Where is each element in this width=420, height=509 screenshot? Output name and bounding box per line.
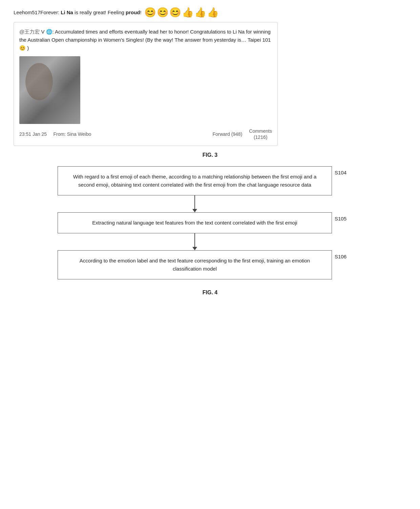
head-2 [192,247,197,250]
fig3-label: FIG. 3 [14,152,406,158]
head-1 [192,209,197,212]
arrow-down-2 [192,233,197,250]
fig4-label: FIG. 4 [14,290,406,296]
post-timestamp: 23:51 Jan 25 [19,131,47,137]
shaft-1 [194,195,195,209]
top-bar: Leehom517Forever: Li Na is really great!… [14,7,406,18]
bold-name: Li Na [61,9,73,15]
post-comments: Comments (1216) [249,128,272,140]
post-meta: 23:51 Jan 25 From: Sina Weibo [19,131,212,137]
post-footer: 23:51 Jan 25 From: Sina Weibo Forward (9… [19,128,272,140]
post-card: @王力宏 V 🌐: Accumulated times and efforts … [14,22,278,146]
forward-label: Forward (948) [212,131,242,137]
text-end: ! [140,9,142,15]
username: Leehom517Forever: Li Na is really great!… [14,9,142,15]
post-image [19,56,80,124]
flow-label-1: S104 [332,166,362,195]
flow-label-3: S106 [332,250,362,279]
flow-text-3: According to the emotion label and the t… [80,258,310,272]
flow-step-3: According to the emotion label and the t… [58,250,362,279]
arrow-2 [58,233,362,250]
post-handle: @王力宏 [19,29,40,35]
arrow-1-box [58,195,332,212]
post-text-body: Accumulated times and efforts eventually… [19,29,271,51]
flow-label-2: S105 [332,212,362,233]
emoji-row: 😊😊😊👍👍👍 [144,7,219,18]
flowchart: With regard to a first emoji of each the… [14,166,406,279]
text-middle: is really great! Feeling [73,9,126,15]
comments-label: Comments [249,128,272,134]
flow-box-3: According to the emotion label and the t… [58,250,332,279]
post-verification: V 🌐: [41,29,55,35]
separator: : [58,9,61,15]
username-text: Leehom517Forever [14,9,58,15]
bold-feeling: proud [126,9,140,15]
shaft-2 [194,233,195,247]
flow-text-2: Extracting natural language text feature… [92,220,297,226]
arrow-1 [58,195,362,212]
post-source: From: Sina Weibo [53,131,91,137]
arrow-down-1 [192,195,197,212]
flow-text-1: With regard to a first emoji of each the… [73,174,317,188]
post-body: @王力宏 V 🌐: Accumulated times and efforts … [19,28,272,52]
comments-count: (1216) [254,134,267,140]
post-forward: Forward (948) [212,131,242,137]
flow-box-2: Extracting natural language text feature… [58,212,332,233]
flow-box-1: With regard to a first emoji of each the… [58,166,332,195]
arrow-2-box [58,233,332,250]
flow-step-1: With regard to a first emoji of each the… [58,166,362,195]
flow-step-2: Extracting natural language text feature… [58,212,362,233]
